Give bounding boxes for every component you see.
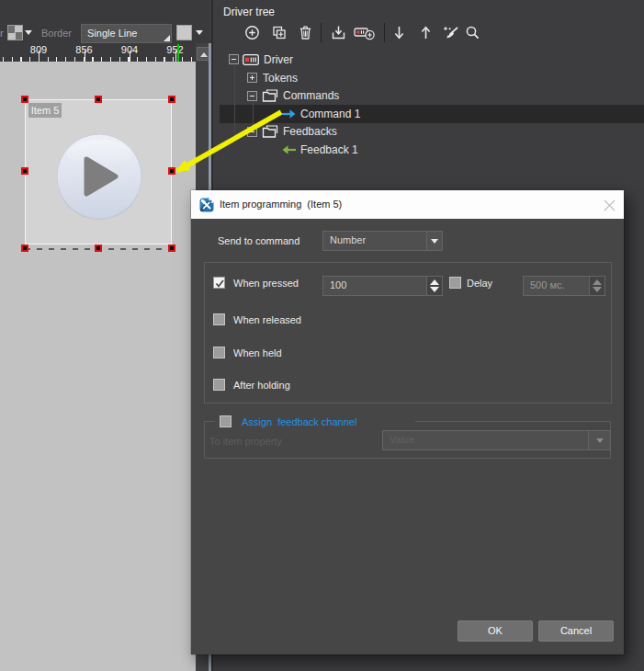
clipped-label: r	[0, 28, 4, 39]
ruler-cursor-line	[177, 44, 179, 62]
combo-dropdown-button	[588, 431, 610, 449]
after-holding-label: After holding	[233, 380, 290, 391]
tree-item-driver[interactable]: Driver	[264, 53, 293, 66]
tree-item-feedback-1[interactable]: Feedback 1	[300, 143, 358, 156]
ruler-tick-major	[39, 51, 40, 62]
when-held-label: When held	[233, 347, 282, 358]
editor-canvas[interactable]: Item 5	[0, 62, 196, 671]
clear-icon[interactable]	[442, 25, 459, 40]
chevron-down-icon[interactable]	[196, 30, 203, 35]
delay-checkbox[interactable]	[449, 277, 461, 289]
combo-dropdown-button[interactable]	[426, 232, 442, 250]
dialog-title: Item programming (Item 5)	[220, 199, 342, 210]
triangle-down-icon	[596, 438, 604, 443]
close-icon[interactable]	[604, 199, 616, 211]
ruler-tick-major	[85, 51, 85, 62]
resize-handle-n[interactable]	[95, 96, 102, 103]
add-icon[interactable]	[244, 25, 260, 40]
delay-label: Delay	[467, 278, 492, 289]
to-item-property-label: To item property	[209, 436, 282, 447]
resize-handle-s[interactable]	[95, 245, 102, 252]
when-pressed-checkbox[interactable]	[213, 277, 225, 289]
after-holding-checkbox[interactable]	[213, 379, 225, 391]
when-pressed-label: When pressed	[233, 278, 299, 289]
duplicate-icon[interactable]	[271, 25, 287, 40]
folder-icon	[262, 124, 279, 139]
border-style-combo[interactable]: Single Line	[81, 24, 172, 43]
item-programming-icon	[199, 198, 214, 212]
delay-value: 500 мс.	[530, 279, 565, 290]
item-name-badge: Item 5	[28, 102, 62, 119]
move-up-icon[interactable]	[418, 25, 434, 40]
tree-item-commands[interactable]: Commands	[283, 89, 339, 102]
toolbar-separator	[384, 23, 385, 42]
triangle-up-icon	[200, 52, 208, 57]
spin-up-icon	[430, 279, 439, 285]
delay-value-spinbox[interactable]: 500 мс.	[523, 276, 605, 296]
folder-icon	[262, 88, 279, 103]
panel-title: Driver tree	[223, 6, 275, 18]
play-button-graphic	[26, 100, 171, 244]
feedback-arrow-icon	[281, 144, 297, 155]
dialog-header[interactable]: Item programming (Item 5)	[191, 190, 624, 219]
combo-corner-icon	[164, 35, 170, 41]
canvas-item[interactable]: Item 5	[25, 99, 172, 245]
ruler-tick-major	[175, 51, 176, 62]
spin-down-icon	[593, 287, 602, 292]
ok-button[interactable]: OK	[458, 620, 533, 642]
toolbar-separator	[321, 23, 322, 42]
send-to-command-label: Send to command	[218, 235, 299, 246]
spin-up-icon	[593, 279, 602, 285]
assign-feedback-label: Assign feedback channel	[242, 416, 356, 427]
checkmark-icon	[214, 278, 226, 290]
when-held-checkbox[interactable]	[213, 347, 225, 358]
command-arrow-icon	[281, 108, 297, 119]
transparent-color-swatch[interactable]	[7, 25, 23, 40]
to-item-property-value: Value	[390, 434, 414, 445]
add-device-icon[interactable]	[354, 25, 376, 40]
ruler-ticks	[3, 57, 194, 62]
triangle-down-icon	[431, 239, 438, 244]
resize-handle-sw[interactable]	[21, 245, 28, 252]
border-color-swatch[interactable]	[176, 25, 192, 40]
to-item-property-combo: Value	[382, 430, 611, 450]
item-programming-dialog: Item programming (Item 5) Send to comman…	[191, 190, 624, 654]
scroll-up-button[interactable]	[197, 47, 209, 61]
resize-handle-se[interactable]	[168, 245, 175, 252]
resize-handle-nw[interactable]	[21, 96, 28, 103]
when-pressed-value: 100	[330, 279, 346, 290]
import-icon[interactable]	[331, 25, 346, 40]
expand-box-commands[interactable]	[247, 91, 257, 101]
spinner-buttons	[589, 277, 604, 295]
chevron-down-icon[interactable]	[25, 30, 32, 35]
border-label: Border	[41, 28, 72, 39]
expand-box-feedbacks[interactable]	[247, 127, 257, 137]
border-style-value: Single Line	[87, 28, 137, 39]
tree-item-tokens[interactable]: Tokens	[263, 72, 298, 85]
horizontal-ruler: 809 856 904 952	[0, 43, 196, 62]
send-to-command-combo[interactable]: Number	[322, 231, 443, 251]
delete-icon[interactable]	[298, 25, 313, 40]
resize-handle-w[interactable]	[21, 167, 28, 175]
ruler-tick-major	[130, 51, 130, 62]
cancel-button[interactable]: Cancel	[538, 620, 614, 642]
expand-box-tokens[interactable]	[247, 73, 257, 83]
resize-handle-e[interactable]	[168, 167, 175, 175]
spin-down-icon	[430, 287, 439, 292]
move-down-icon[interactable]	[391, 25, 407, 40]
search-icon[interactable]	[465, 25, 480, 40]
canvas-toolbar: r Border Single Line	[0, 0, 213, 43]
tree-guide-line	[234, 64, 235, 132]
send-to-command-value: Number	[330, 234, 366, 245]
tree-item-feedbacks[interactable]: Feedbacks	[283, 125, 337, 138]
spinner-buttons[interactable]	[426, 277, 442, 295]
when-released-checkbox[interactable]	[213, 313, 225, 325]
assign-feedback-checkbox[interactable]	[220, 415, 232, 427]
tree-item-command-1[interactable]: Command 1	[300, 108, 360, 120]
driver-icon	[243, 54, 259, 65]
when-released-label: When released	[233, 314, 301, 325]
expand-box-driver[interactable]	[229, 54, 239, 64]
when-pressed-value-spinbox[interactable]: 100	[322, 276, 443, 296]
resize-handle-ne[interactable]	[168, 96, 175, 103]
